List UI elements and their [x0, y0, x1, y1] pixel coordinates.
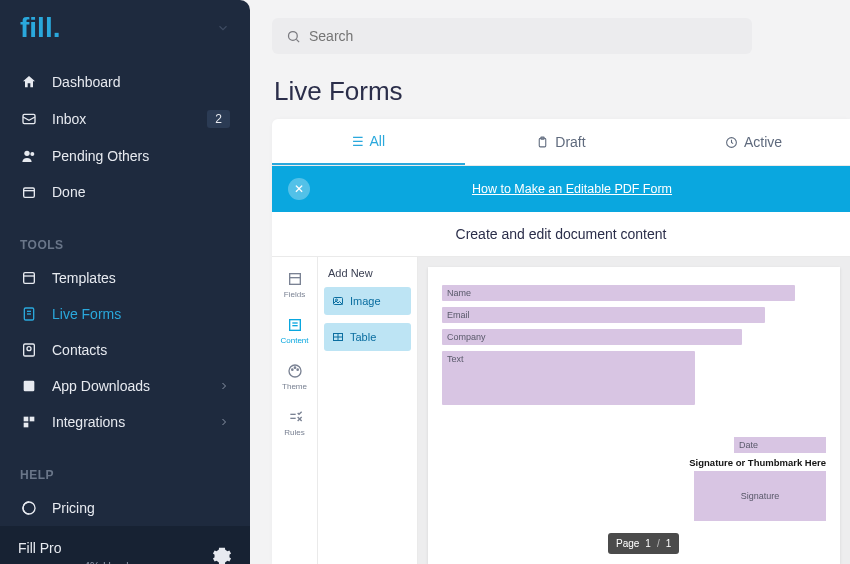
sidebar-item-dashboard[interactable]: Dashboard — [0, 64, 250, 100]
tool-fields[interactable]: Fields — [274, 265, 316, 307]
canvas-area: Name Email Company Text Date Signature o… — [418, 257, 850, 564]
fields-icon — [287, 271, 303, 287]
sidebar-item-contacts[interactable]: Contacts — [0, 332, 250, 368]
chevron-right-icon — [218, 416, 230, 428]
gear-icon[interactable] — [212, 546, 232, 564]
inbox-badge: 2 — [207, 110, 230, 128]
contacts-icon — [20, 342, 38, 358]
svg-point-11 — [27, 347, 31, 351]
sidebar-item-integrations[interactable]: Integrations — [0, 404, 250, 440]
field-name[interactable]: Name — [442, 285, 795, 301]
table-icon — [332, 331, 344, 343]
tool-label: Theme — [282, 382, 307, 391]
field-signature[interactable]: Signature — [694, 471, 826, 521]
clipboard-icon — [536, 136, 549, 149]
panel-title: Add New — [328, 267, 411, 279]
home-icon — [20, 74, 38, 90]
svg-point-17 — [289, 31, 298, 40]
svg-rect-5 — [24, 273, 35, 284]
field-date[interactable]: Date — [734, 437, 826, 453]
tool-label: Content — [280, 336, 308, 345]
sidebar: fill. Dashboard Inbox 2 Pending Others D… — [0, 0, 250, 564]
list-icon: ☰ — [352, 134, 364, 149]
brand-row[interactable]: fill. — [0, 0, 250, 64]
content-icon — [287, 317, 303, 333]
tool-column: Fields Content Theme Rules — [272, 257, 318, 564]
sidebar-item-label: Inbox — [52, 111, 86, 127]
svg-point-2 — [30, 152, 34, 156]
sidebar-item-label: Templates — [52, 270, 116, 286]
banner-link[interactable]: How to Make an Editable PDF Form — [310, 182, 834, 196]
add-table-button[interactable]: Table — [324, 323, 411, 351]
document-page[interactable]: Name Email Company Text Date Signature o… — [428, 267, 840, 564]
section-help-label: HELP — [0, 452, 250, 490]
signature-label: Signature or Thumbmark Here — [689, 457, 826, 468]
svg-point-29 — [294, 367, 295, 368]
svg-point-1 — [24, 151, 29, 156]
nav-main: Dashboard Inbox 2 Pending Others Done — [0, 64, 250, 210]
sidebar-item-done[interactable]: Done — [0, 174, 250, 210]
svg-rect-15 — [24, 423, 29, 428]
clock-icon — [725, 136, 738, 149]
svg-rect-12 — [24, 381, 35, 392]
sidebar-item-label: Pricing — [52, 500, 95, 516]
tab-all[interactable]: ☰ All — [272, 119, 465, 165]
sidebar-item-pricing[interactable]: Pricing — [0, 490, 250, 526]
panel-btn-label: Table — [350, 331, 376, 343]
add-new-panel: Add New Image Table — [318, 257, 418, 564]
tab-label: Draft — [555, 134, 585, 150]
tab-draft[interactable]: Draft — [465, 119, 658, 165]
editor: Fields Content Theme Rules Add New — [272, 257, 850, 564]
download-icon — [20, 378, 38, 394]
panel-btn-label: Image — [350, 295, 381, 307]
sidebar-item-label: Live Forms — [52, 306, 121, 322]
forms-icon — [20, 306, 38, 322]
tool-label: Fields — [284, 290, 305, 299]
chevron-right-icon — [218, 380, 230, 392]
tab-active[interactable]: Active — [657, 119, 850, 165]
content-card: ☰ All Draft Active ✕ How to Make an Edit… — [272, 119, 850, 564]
tutorial-banner: ✕ How to Make an Editable PDF Form — [272, 166, 850, 212]
usage-text: 4% Used — [84, 560, 129, 564]
tool-content[interactable]: Content — [274, 311, 316, 353]
field-email[interactable]: Email — [442, 307, 765, 323]
tool-label: Rules — [284, 428, 304, 437]
tool-rules[interactable]: Rules — [274, 403, 316, 445]
templates-icon — [20, 270, 38, 286]
sidebar-item-app-downloads[interactable]: App Downloads — [0, 368, 250, 404]
sidebar-item-label: Done — [52, 184, 85, 200]
sidebar-item-pending-others[interactable]: Pending Others — [0, 138, 250, 174]
page-title: Live Forms — [274, 76, 850, 107]
svg-line-18 — [296, 39, 299, 42]
sidebar-item-templates[interactable]: Templates — [0, 260, 250, 296]
close-icon[interactable]: ✕ — [288, 178, 310, 200]
sidebar-item-inbox[interactable]: Inbox 2 — [0, 100, 250, 138]
nav-help: Pricing — [0, 490, 250, 526]
svg-rect-22 — [289, 274, 300, 285]
search-input[interactable] — [309, 28, 738, 44]
nav-tools: Templates Live Forms Contacts App Downlo… — [0, 260, 250, 440]
search-icon — [286, 29, 301, 44]
subheader: Create and edit document content — [272, 212, 850, 257]
chevron-down-icon[interactable] — [216, 21, 230, 35]
search-bar[interactable] — [272, 18, 752, 54]
tabs: ☰ All Draft Active — [272, 119, 850, 166]
pager-total: 1 — [666, 538, 672, 549]
pager-label: Page — [616, 538, 639, 549]
field-company[interactable]: Company — [442, 329, 742, 345]
svg-point-30 — [297, 369, 298, 370]
sidebar-item-label: Integrations — [52, 414, 125, 430]
tab-label: Active — [744, 134, 782, 150]
page-indicator[interactable]: Page 1 / 1 — [608, 533, 679, 554]
pager-sep: / — [657, 538, 660, 549]
sidebar-item-live-forms[interactable]: Live Forms — [0, 296, 250, 332]
svg-rect-13 — [24, 417, 29, 422]
sidebar-item-label: Dashboard — [52, 74, 121, 90]
field-text[interactable]: Text — [442, 351, 695, 405]
add-image-button[interactable]: Image — [324, 287, 411, 315]
archive-icon — [20, 184, 38, 200]
sidebar-item-label: App Downloads — [52, 378, 150, 394]
svg-rect-3 — [24, 188, 35, 197]
tool-theme[interactable]: Theme — [274, 357, 316, 399]
sidebar-item-label: Pending Others — [52, 148, 149, 164]
